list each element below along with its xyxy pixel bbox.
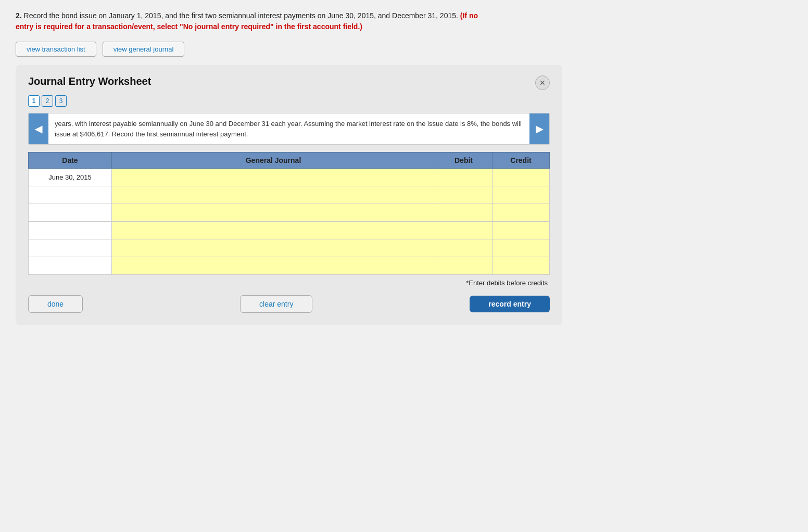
worksheet-header: Journal Entry Worksheet ✕ [28, 75, 550, 90]
journal-entry-worksheet: Journal Entry Worksheet ✕ 1 2 3 ◀ years,… [16, 65, 562, 325]
date-cell-empty-5 [29, 257, 112, 275]
left-arrow-icon: ◀ [35, 123, 42, 135]
credit-header: Credit [493, 153, 550, 169]
journal-cell-2[interactable] [112, 204, 435, 222]
view-general-journal-button[interactable]: view general journal [103, 42, 185, 57]
journal-input-1[interactable] [112, 186, 435, 204]
debit-input-4[interactable] [435, 239, 492, 257]
prev-arrow[interactable]: ◀ [29, 113, 48, 144]
date-cell-empty-1 [29, 186, 112, 204]
step-1[interactable]: 1 [28, 95, 40, 107]
credit-input-0[interactable] [493, 169, 549, 186]
description-text: years, with interest payable semiannuall… [48, 113, 529, 144]
table-row [29, 204, 550, 222]
journal-input-5[interactable] [112, 257, 435, 274]
debit-cell-3[interactable] [435, 222, 493, 239]
record-entry-button[interactable]: record entry [470, 296, 550, 312]
done-button[interactable]: done [28, 295, 83, 313]
debit-input-2[interactable] [435, 204, 492, 221]
credit-cell-3[interactable] [493, 222, 550, 239]
table-header-row: Date General Journal Debit Credit [29, 153, 550, 169]
close-button[interactable]: ✕ [535, 75, 550, 90]
step-indicators: 1 2 3 [28, 95, 550, 107]
step-2[interactable]: 2 [42, 95, 53, 107]
credit-input-5[interactable] [493, 257, 549, 274]
credit-input-3[interactable] [493, 222, 549, 239]
date-header: Date [29, 153, 112, 169]
date-cell-0: June 30, 2015 [29, 169, 112, 186]
enter-note: *Enter debits before credits [28, 279, 548, 287]
journal-cell-0[interactable] [112, 169, 435, 186]
clear-entry-button[interactable]: clear entry [240, 295, 312, 313]
next-arrow[interactable]: ▶ [529, 113, 549, 144]
journal-input-3[interactable] [112, 222, 435, 239]
date-cell-empty-3 [29, 222, 112, 239]
debit-input-3[interactable] [435, 222, 492, 239]
bottom-button-row: done clear entry record entry [28, 295, 550, 313]
debit-input-5[interactable] [435, 257, 492, 274]
view-transaction-list-button[interactable]: view transaction list [16, 42, 96, 57]
journal-cell-1[interactable] [112, 186, 435, 204]
debit-cell-0[interactable] [435, 169, 493, 186]
credit-cell-5[interactable] [493, 257, 550, 275]
question-main-text: Record the bond issue on January 1, 2015… [24, 11, 458, 20]
debit-cell-4[interactable] [435, 239, 493, 257]
journal-input-4[interactable] [112, 239, 435, 257]
step-3[interactable]: 3 [55, 95, 67, 107]
table-row [29, 186, 550, 204]
question-number: 2. [16, 11, 22, 20]
table-row [29, 257, 550, 275]
description-box: ◀ years, with interest payable semiannua… [28, 113, 550, 145]
journal-input-2[interactable] [112, 204, 435, 221]
general-journal-header: General Journal [112, 153, 435, 169]
credit-cell-4[interactable] [493, 239, 550, 257]
credit-input-4[interactable] [493, 239, 549, 257]
debit-cell-1[interactable] [435, 186, 493, 204]
debit-input-0[interactable] [435, 169, 492, 186]
table-row [29, 222, 550, 239]
journal-cell-4[interactable] [112, 239, 435, 257]
top-button-row: view transaction list view general journ… [16, 42, 792, 57]
journal-table: Date General Journal Debit Credit June 3… [28, 152, 550, 275]
date-cell-empty-2 [29, 204, 112, 222]
journal-input-0[interactable] [112, 169, 435, 186]
debit-cell-5[interactable] [435, 257, 493, 275]
table-row: June 30, 2015 [29, 169, 550, 186]
date-cell-empty-4 [29, 239, 112, 257]
journal-cell-3[interactable] [112, 222, 435, 239]
debit-input-1[interactable] [435, 186, 492, 204]
credit-cell-2[interactable] [493, 204, 550, 222]
credit-input-1[interactable] [493, 186, 549, 204]
worksheet-title: Journal Entry Worksheet [28, 75, 151, 87]
credit-cell-0[interactable] [493, 169, 550, 186]
journal-cell-5[interactable] [112, 257, 435, 275]
right-arrow-icon: ▶ [536, 123, 543, 135]
debit-cell-2[interactable] [435, 204, 493, 222]
table-row [29, 239, 550, 257]
debit-header: Debit [435, 153, 493, 169]
credit-cell-1[interactable] [493, 186, 550, 204]
credit-input-2[interactable] [493, 204, 549, 221]
